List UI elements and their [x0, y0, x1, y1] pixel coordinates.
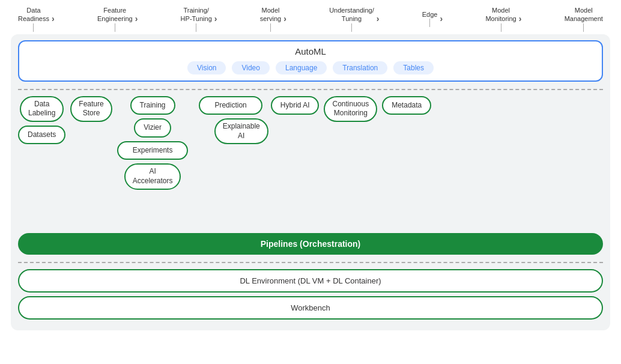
col-metadata: Metadata	[382, 96, 431, 115]
nav-tick-4	[351, 23, 352, 32]
bottom-section: DL Environment (DL VM + DL Container) Wo…	[18, 269, 603, 320]
nav-label-understanding: Understanding/ Tuning	[329, 6, 374, 23]
nav-step-understanding: Understanding/ Tuning ›	[329, 6, 379, 32]
automl-pill-language: Language	[276, 61, 327, 74]
automl-title: AutoML	[26, 46, 595, 56]
nav-tick-3	[270, 23, 271, 32]
col-feature: FeatureStore	[70, 96, 112, 122]
pipelines-bar: Pipelines (Orchestration)	[18, 233, 603, 255]
nav-label-training-hp: Training/ HP-Tuning	[181, 6, 212, 23]
pill-experiments: Experiments	[117, 141, 189, 160]
automl-pill-video: Video	[232, 61, 269, 74]
pill-hybrid-ai: Hybrid AI	[271, 96, 320, 115]
pill-prediction: Prediction	[199, 96, 262, 115]
automl-section: AutoML Vision Video Language Translation…	[18, 40, 603, 82]
nav-label-model-management: Model Management	[565, 6, 603, 23]
nav-tick-7	[583, 23, 584, 32]
nav-step-edge: Edge ›	[422, 10, 443, 27]
nav-label-model-monitoring: Model Monitoring	[485, 6, 516, 23]
nav-label-model-serving: Model serving	[260, 6, 281, 23]
pill-data-labeling: DataLabeling	[20, 96, 64, 122]
col-training: Training Vizier Experiments AIAccelerato…	[117, 96, 189, 190]
pill-ai-accelerators: AIAccelerators	[124, 163, 181, 189]
nav-tick-1	[115, 23, 115, 32]
nav-arrow-2: ›	[214, 14, 217, 23]
dashed-divider-bottom	[18, 262, 603, 263]
pill-feature-store: FeatureStore	[70, 96, 112, 122]
nav-arrow-6: ›	[519, 14, 522, 23]
nav-tick-2	[196, 23, 196, 32]
automl-pills: Vision Video Language Translation Tables	[26, 61, 595, 74]
nav-step-training: Training/ HP-Tuning ›	[181, 6, 217, 32]
col-hybrid: Hybrid AI	[271, 96, 320, 115]
pill-explainable-ai: ExplainableAI	[214, 118, 268, 144]
top-nav: Data Readiness › Feature Engineering › T…	[6, 6, 615, 32]
nav-step-model-management: Model Management	[565, 6, 603, 32]
automl-pill-tables: Tables	[393, 61, 434, 74]
automl-pill-translation: Translation	[333, 61, 387, 74]
nav-tick-0	[33, 23, 34, 32]
nav-arrow-5: ›	[440, 14, 443, 23]
pill-datasets: Datasets	[18, 126, 65, 145]
nav-arrow-0: ›	[52, 14, 55, 23]
pill-metadata: Metadata	[382, 96, 431, 115]
diagram-container: Data Readiness › Feature Engineering › T…	[0, 0, 621, 364]
dashed-divider-top	[18, 89, 603, 90]
pill-workbench: Workbench	[18, 296, 603, 320]
nav-step-feature-engineering: Feature Engineering ›	[97, 6, 138, 32]
nav-step-model-monitoring: Model Monitoring ›	[485, 6, 521, 32]
nav-arrow-4: ›	[377, 14, 380, 23]
nav-arrow-3: ›	[283, 14, 286, 23]
nav-tick-5	[429, 19, 430, 27]
pill-vizier: Vizier	[134, 118, 171, 138]
automl-pill-vision: Vision	[187, 61, 226, 74]
middle-section: DataLabeling Datasets FeatureStore Train…	[18, 96, 603, 228]
main-box: AutoML Vision Video Language Translation…	[11, 34, 610, 330]
nav-label-feature-engineering: Feature Engineering	[97, 6, 133, 23]
col-data: DataLabeling Datasets	[18, 96, 65, 145]
pill-dl-environment: DL Environment (DL VM + DL Container)	[18, 269, 603, 293]
col-monitoring: ContinuousMonitoring	[324, 96, 377, 122]
nav-label-edge: Edge	[422, 10, 438, 19]
nav-step-data-readiness: Data Readiness ›	[18, 6, 55, 32]
col-prediction: Prediction ExplainableAI	[199, 96, 262, 145]
nav-arrow-1: ›	[135, 14, 138, 23]
nav-step-model-serving: Model serving ›	[260, 6, 286, 32]
nav-tick-6	[501, 23, 501, 32]
pill-continuous-monitoring: ContinuousMonitoring	[324, 96, 377, 122]
pill-training: Training	[130, 96, 175, 115]
nav-label-data-readiness: Data Readiness	[18, 6, 49, 23]
